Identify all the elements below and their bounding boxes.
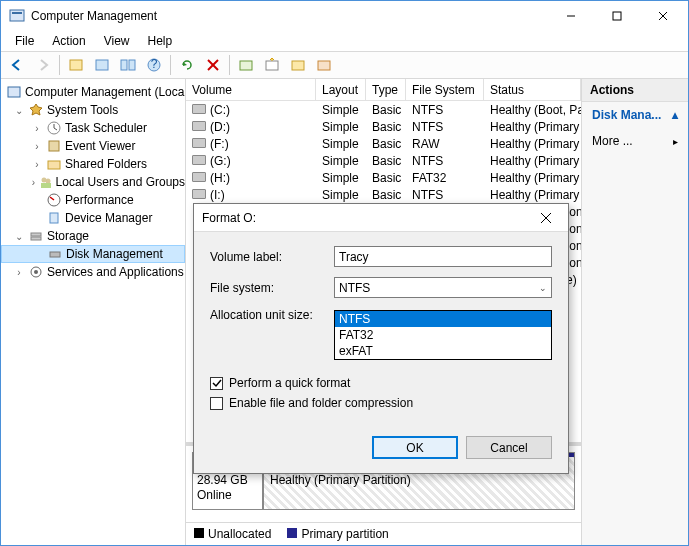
back-button[interactable] <box>5 54 29 76</box>
quick-format-checkbox[interactable]: Perform a quick format <box>210 376 552 390</box>
forward-button[interactable] <box>31 54 55 76</box>
table-row[interactable]: (H:)SimpleBasicFAT32Healthy (Primary Par… <box>186 169 581 186</box>
svg-rect-16 <box>292 61 304 70</box>
tree-root[interactable]: Computer Management (Local) <box>1 83 185 101</box>
maximize-button[interactable] <box>594 1 640 31</box>
svg-rect-17 <box>318 61 330 70</box>
svg-rect-26 <box>41 183 51 188</box>
dialog-close-button[interactable] <box>532 204 560 232</box>
cancel-button[interactable]: Cancel <box>466 436 552 459</box>
option-exfat[interactable]: exFAT <box>335 343 551 359</box>
svg-rect-6 <box>70 60 82 70</box>
menu-file[interactable]: File <box>7 32 42 50</box>
app-icon <box>9 8 25 24</box>
option-fat32[interactable]: FAT32 <box>335 327 551 343</box>
toolbar-icon-1[interactable] <box>64 54 88 76</box>
actions-title: Actions <box>582 79 688 102</box>
collapse-icon: ▴ <box>672 108 678 122</box>
delete-icon[interactable] <box>201 54 225 76</box>
menu-action[interactable]: Action <box>44 32 93 50</box>
svg-rect-8 <box>121 60 127 70</box>
svg-text:?: ? <box>151 58 158 71</box>
chevron-right-icon: ▸ <box>673 136 678 147</box>
col-status[interactable]: Status <box>484 79 581 100</box>
tree-device-manager[interactable]: Device Manager <box>1 209 185 227</box>
svg-rect-0 <box>10 10 24 21</box>
table-row[interactable]: (D:)SimpleBasicNTFSHealthy (Primary Part… <box>186 118 581 135</box>
compression-checkbox[interactable]: Enable file and folder compression <box>210 396 552 410</box>
col-volume[interactable]: Volume <box>186 79 316 100</box>
window-title: Computer Management <box>31 9 548 23</box>
tree-system-tools[interactable]: ⌄System Tools <box>1 101 185 119</box>
table-row[interactable]: (F:)SimpleBasicRAWHealthy (Primary Parti… <box>186 135 581 152</box>
toolbar-icon-6[interactable] <box>286 54 310 76</box>
svg-point-34 <box>34 270 38 274</box>
table-row[interactable]: (G:)SimpleBasicNTFSHealthy (Primary Part… <box>186 152 581 169</box>
tree-storage[interactable]: ⌄Storage <box>1 227 185 245</box>
volume-label-label: Volume label: <box>210 250 334 264</box>
actions-disk-mgmt[interactable]: Disk Mana...▴ <box>582 102 688 128</box>
col-type[interactable]: Type <box>366 79 406 100</box>
svg-rect-18 <box>8 87 20 97</box>
file-system-label: File system: <box>210 281 334 295</box>
allocation-size-label: Allocation unit size: <box>210 308 334 322</box>
menu-help[interactable]: Help <box>140 32 181 50</box>
tree-event-viewer[interactable]: ›Event Viewer <box>1 137 185 155</box>
toolbar-icon-7[interactable] <box>312 54 336 76</box>
svg-point-25 <box>45 179 50 184</box>
window-titlebar: Computer Management <box>1 1 688 31</box>
table-row[interactable]: (C:)SimpleBasicNTFSHealthy (Boot, Page F… <box>186 101 581 118</box>
tree-disk-management[interactable]: Disk Management <box>1 245 185 263</box>
refresh-icon[interactable] <box>175 54 199 76</box>
svg-rect-7 <box>96 60 108 70</box>
svg-rect-32 <box>50 252 60 257</box>
col-fs[interactable]: File System <box>406 79 484 100</box>
option-ntfs[interactable]: NTFS <box>335 311 551 327</box>
file-system-dropdown: NTFS FAT32 exFAT <box>334 310 552 360</box>
tree-root-label: Computer Management (Local) <box>25 85 186 99</box>
svg-rect-3 <box>613 12 621 20</box>
svg-rect-30 <box>31 233 41 236</box>
close-button[interactable] <box>640 1 686 31</box>
svg-rect-31 <box>31 237 41 240</box>
toolbar-icon-5[interactable] <box>260 54 284 76</box>
svg-rect-15 <box>266 61 278 70</box>
tree-services[interactable]: ›Services and Applications <box>1 263 185 281</box>
tree-performance[interactable]: Performance <box>1 191 185 209</box>
help-icon[interactable]: ? <box>142 54 166 76</box>
svg-rect-9 <box>129 60 135 70</box>
toolbar: ? <box>1 51 688 79</box>
tree-pane: Computer Management (Local) ⌄System Tool… <box>1 79 186 545</box>
toolbar-icon-2[interactable] <box>90 54 114 76</box>
actions-pane: Actions Disk Mana...▴ More ...▸ <box>582 79 688 545</box>
svg-rect-23 <box>48 161 60 169</box>
format-dialog: Format O: Volume label: File system: NTF… <box>193 203 569 474</box>
chevron-down-icon: ⌄ <box>539 283 547 293</box>
col-layout[interactable]: Layout <box>316 79 366 100</box>
tree-task-scheduler[interactable]: ›Task Scheduler <box>1 119 185 137</box>
minimize-button[interactable] <box>548 1 594 31</box>
svg-rect-14 <box>240 61 252 70</box>
file-system-select[interactable]: NTFS ⌄ <box>334 277 552 298</box>
volume-label-input[interactable] <box>334 246 552 267</box>
toolbar-icon-3[interactable] <box>116 54 140 76</box>
svg-rect-1 <box>12 12 22 14</box>
toolbar-icon-4[interactable] <box>234 54 258 76</box>
menubar: File Action View Help <box>1 31 688 51</box>
tree-local-users[interactable]: ›Local Users and Groups <box>1 173 185 191</box>
menu-view[interactable]: View <box>96 32 138 50</box>
tree-shared-folders[interactable]: ›Shared Folders <box>1 155 185 173</box>
actions-more[interactable]: More ...▸ <box>582 128 688 154</box>
dialog-title: Format O: <box>202 211 532 225</box>
svg-rect-29 <box>50 213 58 223</box>
table-row[interactable]: (I:)SimpleBasicNTFSHealthy (Primary Part… <box>186 186 581 203</box>
svg-rect-22 <box>49 141 59 151</box>
ok-button[interactable]: OK <box>372 436 458 459</box>
legend: Unallocated Primary partition <box>186 522 581 545</box>
